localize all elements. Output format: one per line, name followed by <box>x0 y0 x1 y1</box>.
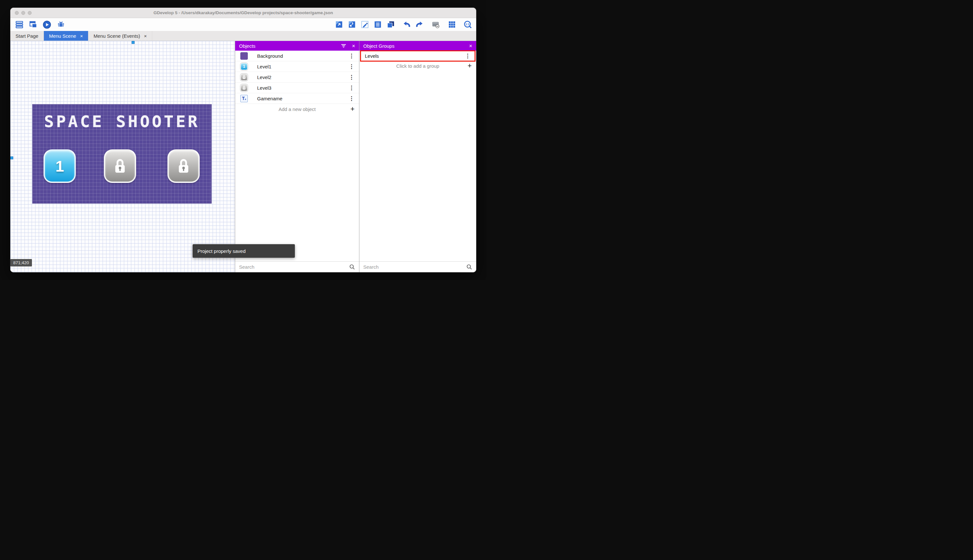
locked-level-object-icon <box>240 84 248 92</box>
object-groups-panel: Object Groups × Levels ⋮ Click to add a … <box>359 41 476 272</box>
window-title: GDevelop 5 - /Users/dkarakay/Documents/G… <box>10 10 476 15</box>
undo-icon[interactable] <box>402 20 411 29</box>
add-new-object-row[interactable]: Add a new object + <box>235 104 359 114</box>
object-row-level3[interactable]: Level3 ⋮ <box>235 83 359 93</box>
object-menu-icon[interactable]: ⋮ <box>348 85 355 91</box>
objects-editor-icon[interactable] <box>335 20 343 29</box>
object-row-level2[interactable]: Level2 ⋮ <box>235 72 359 83</box>
object-name: Background <box>257 53 283 59</box>
add-group-label: Click to add a group <box>396 63 439 69</box>
padlock-icon <box>113 157 127 175</box>
tab-menu-scene-events[interactable]: Menu Scene (Events) × <box>88 31 152 41</box>
toolbar-left-group <box>15 20 65 29</box>
level1-button-instance[interactable]: 1 <box>43 149 76 183</box>
layers-editor-icon[interactable] <box>386 20 395 29</box>
add-group-row[interactable]: Click to add a group + <box>359 61 476 71</box>
add-new-object-label: Add a new object <box>278 107 315 112</box>
padlock-icon <box>242 75 246 79</box>
background-object-icon <box>240 52 248 60</box>
window-titlebar: GDevelop 5 - /Users/dkarakay/Documents/G… <box>10 8 476 18</box>
level3-button-instance[interactable] <box>167 149 200 183</box>
object-name: Level3 <box>257 85 271 91</box>
redo-icon[interactable] <box>415 20 424 29</box>
tab-label: Start Page <box>15 33 38 39</box>
object-name: Level2 <box>257 75 271 80</box>
object-groups-panel-header: Object Groups × <box>359 41 476 51</box>
objects-search-input[interactable] <box>239 264 349 270</box>
editor-tabbar: Start Page Menu Scene × Menu Scene (Even… <box>10 31 476 41</box>
toast-message: Project properly saved <box>197 248 245 254</box>
add-object-plus-icon[interactable]: + <box>350 105 355 113</box>
group-row-levels[interactable]: Levels ⋮ <box>361 51 475 61</box>
tab-menu-scene[interactable]: Menu Scene × <box>44 31 88 41</box>
search-icon[interactable] <box>349 264 355 270</box>
instances-list-icon[interactable] <box>373 20 382 29</box>
close-window-button[interactable] <box>15 11 19 15</box>
close-panel-icon[interactable]: × <box>352 43 355 49</box>
gamename-text-instance[interactable]: SPACE SHOOTER <box>33 112 211 131</box>
render-mask-icon[interactable] <box>432 20 440 29</box>
traffic-lights <box>15 11 32 15</box>
save-toast: Project properly saved <box>193 244 295 258</box>
close-tab-icon[interactable]: × <box>80 33 83 39</box>
tab-label: Menu Scene (Events) <box>93 33 140 39</box>
text-object-icon: Tx <box>240 95 248 102</box>
zoom-1-1-icon[interactable]: 1:1 <box>463 20 472 29</box>
project-manager-icon[interactable] <box>15 20 23 29</box>
object-row-gamename[interactable]: Tx Gamename ⋮ <box>235 93 359 104</box>
object-row-level1[interactable]: 1 Level1 ⋮ <box>235 61 359 72</box>
object-name: Level1 <box>257 64 271 69</box>
padlock-icon <box>242 85 246 90</box>
zoom-level-label: 1:1 <box>465 23 470 26</box>
debug-bug-icon[interactable] <box>57 20 65 29</box>
level2-button-instance[interactable] <box>104 149 136 183</box>
background-instance[interactable]: SPACE SHOOTER 1 <box>32 104 212 203</box>
desktop-background: GDevelop 5 - /Users/dkarakay/Documents/G… <box>0 0 486 280</box>
scene-editor-canvas[interactable]: SPACE SHOOTER 1 871;420 <box>10 41 235 272</box>
main-toolbar: 1:1 <box>10 18 476 31</box>
objects-search-bar <box>235 261 359 272</box>
maximize-window-button[interactable] <box>28 11 32 15</box>
object-name: Gamename <box>257 96 282 101</box>
groups-search-input[interactable] <box>363 264 466 270</box>
tab-label: Menu Scene <box>49 33 76 39</box>
minimize-window-button[interactable] <box>21 11 25 15</box>
properties-pencil-icon[interactable] <box>360 20 369 29</box>
group-name: Levels <box>365 53 379 59</box>
tab-start-page[interactable]: Start Page <box>10 31 44 41</box>
objects-panel-header: Objects × <box>235 41 359 51</box>
object-groups-panel-title: Object Groups <box>363 43 395 49</box>
cursor-coordinates-readout: 871;420 <box>10 259 32 267</box>
group-menu-icon[interactable]: ⋮ <box>464 53 472 59</box>
preview-play-icon[interactable] <box>43 20 51 29</box>
filter-icon[interactable] <box>340 43 347 49</box>
level1-number-label: 1 <box>55 157 64 175</box>
search-icon[interactable] <box>466 264 472 270</box>
objects-panel: Objects × Background ⋮ 1 Level1 <box>235 41 359 272</box>
toolbar-right-group: 1:1 <box>335 20 472 29</box>
add-group-plus-icon[interactable]: + <box>468 62 472 69</box>
scene-window-icon[interactable] <box>29 20 37 29</box>
object-menu-icon[interactable]: ⋮ <box>348 53 355 59</box>
objects-panel-title: Objects <box>239 43 255 49</box>
object-groups-editor-icon[interactable] <box>347 20 356 29</box>
object-menu-icon[interactable]: ⋮ <box>348 63 355 70</box>
object-menu-icon[interactable]: ⋮ <box>348 74 355 81</box>
resize-handle-left[interactable] <box>10 157 13 159</box>
main-area: SPACE SHOOTER 1 871;420 <box>10 41 476 272</box>
gdevelop-window: GDevelop 5 - /Users/dkarakay/Documents/G… <box>10 8 476 272</box>
locked-level-object-icon <box>240 73 248 81</box>
grid-toggle-icon[interactable] <box>447 20 456 29</box>
annotation-highlight-box: Levels ⋮ <box>361 51 475 61</box>
resize-handle-top[interactable] <box>132 41 135 44</box>
groups-search-bar <box>359 261 476 272</box>
level1-object-icon: 1 <box>240 63 248 70</box>
close-panel-icon[interactable]: × <box>469 43 472 49</box>
object-row-background[interactable]: Background ⋮ <box>235 51 359 61</box>
object-menu-icon[interactable]: ⋮ <box>348 95 355 102</box>
padlock-icon <box>177 157 191 175</box>
close-tab-icon[interactable]: × <box>144 33 147 39</box>
